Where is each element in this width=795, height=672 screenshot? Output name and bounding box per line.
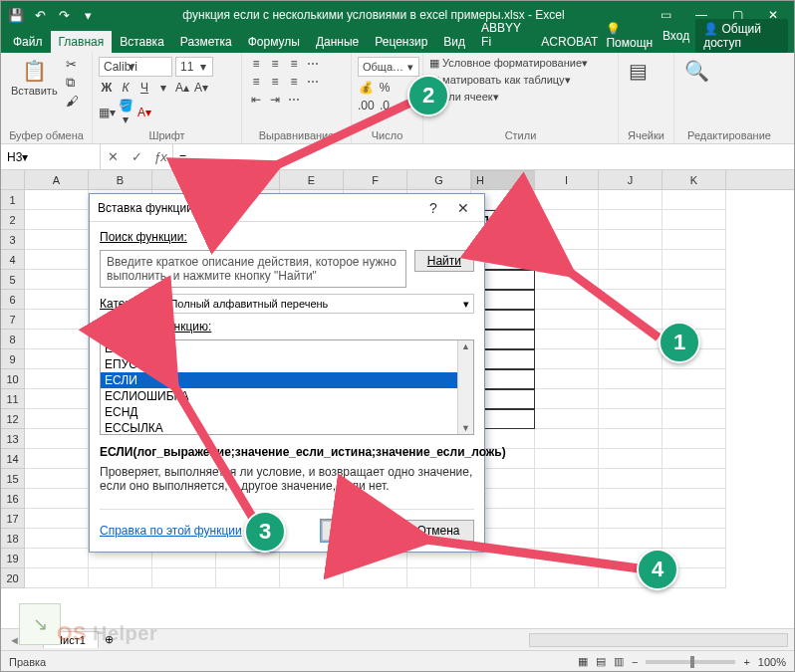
qat-more-icon[interactable]: ▾ [77,4,99,26]
font-shrink-icon[interactable]: A▾ [193,81,209,95]
cell[interactable] [599,310,662,330]
font-grow-icon[interactable]: A▴ [174,81,190,95]
formula-input[interactable]: = [173,144,794,169]
enter-formula-icon[interactable]: ✓ [125,149,148,164]
row-header[interactable]: 16 [1,489,25,509]
row-header[interactable]: 20 [1,568,25,588]
underline-icon[interactable]: Ч [136,81,152,95]
cell[interactable] [25,190,89,210]
editing-button[interactable]: 🔍 [680,57,713,85]
fill-color-icon[interactable]: 🪣▾ [118,99,133,126]
zoom-in-icon[interactable]: + [743,656,749,668]
currency-icon[interactable]: 💰 [358,81,374,95]
dialog-help-icon[interactable]: ? [420,200,446,216]
view-pagebreak-icon[interactable]: ▥ [614,655,624,668]
cell[interactable] [344,568,407,588]
font-color-icon[interactable]: A▾ [136,106,152,119]
cell[interactable] [599,290,662,310]
share-button[interactable]: 👤 Общий доступ [695,19,788,53]
row-header[interactable]: 17 [1,509,25,529]
help-link[interactable]: Справка по этой функции [100,524,242,538]
cell[interactable] [662,389,726,409]
cell[interactable] [25,270,89,290]
cell[interactable] [599,210,662,230]
cell[interactable] [25,469,89,489]
list-item[interactable]: ЕССЫЛКА [101,420,473,435]
col-header[interactable]: D [216,170,280,189]
cell[interactable] [535,250,599,270]
cell[interactable] [662,429,726,449]
cell[interactable] [599,449,662,469]
cell[interactable] [25,389,89,409]
cell[interactable] [599,330,662,349]
sign-in[interactable]: Вход [662,29,689,43]
cell[interactable] [216,568,280,588]
col-header[interactable]: J [599,170,662,189]
cell[interactable] [535,429,599,449]
cell[interactable] [599,389,662,409]
align-top-icon[interactable]: ≡ [248,57,264,71]
col-header[interactable]: K [662,170,726,189]
cell[interactable] [25,369,89,389]
cell[interactable] [535,409,599,429]
list-item[interactable]: ЕПУСТО [101,356,473,372]
cell[interactable] [25,509,89,529]
cut-icon[interactable]: ✂ [66,57,79,72]
row-header[interactable]: 19 [1,549,25,568]
function-listbox[interactable]: ЕОШИБКА ЕПУСТО ЕСЛИ ЕСЛИОШИБКА ЕСНД ЕССЫ… [100,339,474,435]
number-format-select[interactable]: Обща…▾ [358,57,419,77]
cell[interactable] [535,509,599,529]
select-all-corner[interactable] [1,170,25,189]
row-header[interactable]: 11 [1,389,25,409]
cell[interactable] [535,529,599,549]
cell[interactable] [662,449,726,469]
row-header[interactable]: 10 [1,369,25,389]
cell[interactable] [535,230,599,250]
tab-acrobat[interactable]: ACROBAT [533,31,606,53]
bold-icon[interactable]: Ж [99,81,115,95]
redo-icon[interactable]: ↷ [53,4,75,26]
col-header[interactable]: H [471,170,535,190]
cell[interactable] [535,190,599,210]
cell[interactable] [280,568,344,588]
cell[interactable] [599,250,662,270]
cell[interactable] [535,549,599,568]
row-header[interactable]: 5 [1,270,25,290]
indent-dec-icon[interactable]: ⇤ [248,93,264,107]
italic-icon[interactable]: К [118,81,133,95]
row-header[interactable]: 14 [1,449,25,469]
col-header[interactable]: B [89,170,152,189]
row-header[interactable]: 12 [1,409,25,429]
cell[interactable] [662,369,726,389]
cell[interactable] [599,509,662,529]
row-header[interactable]: 2 [1,210,25,230]
tab-formulas[interactable]: Формулы [240,31,308,53]
cell[interactable] [25,529,89,549]
cell[interactable] [25,449,89,469]
col-header[interactable]: I [535,170,599,189]
cell[interactable] [662,210,726,230]
cell[interactable] [25,409,89,429]
cell[interactable] [25,568,89,588]
cell[interactable] [662,250,726,270]
font-name-select[interactable]: Calibri▾ [99,57,172,77]
zoom-out-icon[interactable]: − [632,656,638,668]
row-header[interactable]: 3 [1,230,25,250]
row-header[interactable]: 8 [1,330,25,349]
tab-layout[interactable]: Разметка [172,31,240,53]
align-left-icon[interactable]: ≡ [248,75,264,89]
cell[interactable] [599,270,662,290]
indent-inc-icon[interactable]: ⇥ [267,93,283,107]
cell[interactable] [599,349,662,369]
col-header[interactable]: G [407,170,471,189]
row-header[interactable]: 15 [1,469,25,489]
font-size-select[interactable]: 11▾ [175,57,213,77]
cell[interactable] [599,489,662,509]
view-layout-icon[interactable]: ▤ [596,655,606,668]
cell[interactable] [599,529,662,549]
fx-icon[interactable]: ƒx [148,149,172,164]
cell[interactable] [535,568,599,588]
cell[interactable] [599,469,662,489]
cell[interactable] [662,509,726,529]
cell[interactable] [535,489,599,509]
